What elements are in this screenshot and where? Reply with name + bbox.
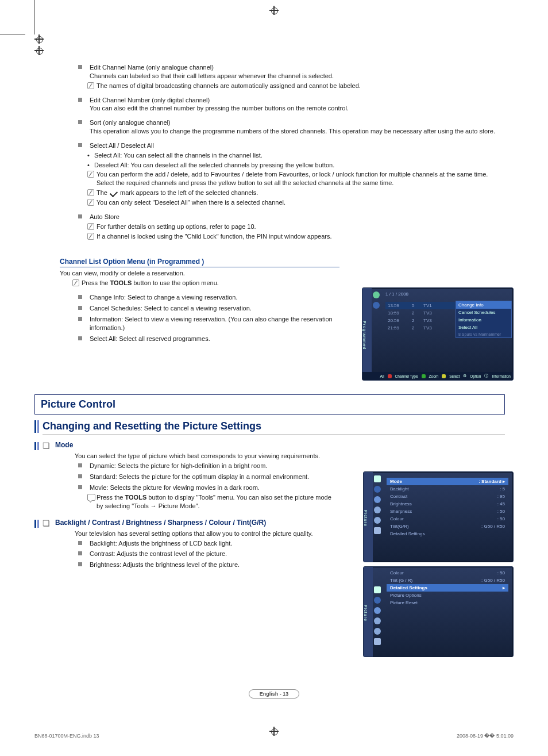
square-bullet-icon [78, 463, 82, 467]
item-title: Edit Channel Number (only digital channe… [90, 97, 210, 103]
item-text: Movie: Selects the picture for viewing m… [90, 484, 260, 491]
osd-footer: All Channel Type Zoom Select ⚙Option ⓘIn… [362, 372, 513, 380]
cell: TV3 [423, 318, 441, 323]
registration-mark-icon [34, 34, 60, 46]
osd-listing: Colour: 50 Tint (G / R): G50 / R50 Detai… [387, 569, 508, 607]
cell: 18:59 [388, 310, 406, 316]
popup-item[interactable]: Information [456, 316, 511, 324]
bcbs-label: Backlight / Contrast / Brightness / Shar… [55, 519, 266, 527]
section-desc: You can view, modify or delete a reserva… [60, 270, 339, 277]
osd-popup: Change Info Cancel Schedules Information… [456, 301, 512, 338]
speaker-icon [374, 597, 381, 604]
sub-bullet: Deselect All: You can deselect all the s… [75, 161, 505, 170]
k: Detailed Settings [390, 585, 427, 590]
k: Contrast [390, 494, 407, 499]
input-icon [374, 628, 381, 635]
square-bullet-icon [78, 295, 82, 299]
k: Brightness [390, 501, 412, 506]
sub-text: Select All: You can select all the chann… [94, 152, 263, 159]
osd-date: 1 / 1 / 2008 [385, 291, 408, 297]
foot-label: Zoom [429, 374, 439, 378]
list-item[interactable]: Tint(G/R): G50 / R50 [387, 523, 508, 530]
v: : G50 / R50 [481, 524, 505, 529]
item-desc: This operation allows you to change the … [90, 128, 495, 135]
cell: 20:59 [388, 318, 406, 323]
list-item[interactable]: Tint (G / R): G50 / R50 [387, 577, 508, 584]
item-text: Backlight: Adjusts the brightness of LCD… [90, 540, 232, 547]
tools-tip-icon [87, 494, 95, 501]
list-item[interactable]: Backlight: 5 [387, 485, 508, 493]
osd-tab: Picture [364, 567, 373, 657]
note-icon [87, 171, 94, 178]
v: : 50 [497, 570, 505, 575]
list-item[interactable]: Mode: Standard ▸ [387, 478, 508, 485]
item-information: Information: Select to view a viewing re… [75, 315, 339, 332]
item-title: Auto Store [90, 213, 119, 220]
q-icon: ❏ [43, 441, 51, 450]
list-item[interactable]: Picture Options [387, 592, 508, 599]
osd-tab: Programmed [362, 288, 372, 380]
heading-bars-icon [34, 520, 39, 528]
popup-item[interactable]: Change Info [456, 301, 511, 309]
cell: 21:59 [388, 325, 406, 331]
popup-item-dim: 8 Spurs vs Manhammer [456, 331, 511, 337]
item-change-info: Change Info: Select to change a viewing … [75, 293, 339, 302]
list-item[interactable]: Sharpness: 50 [387, 508, 508, 515]
list-item[interactable]: Detailed Settings [387, 530, 508, 538]
list-item[interactable]: Brightness: 45 [387, 500, 508, 508]
popup-item[interactable]: Select All [456, 324, 511, 331]
osd-iconcol [373, 475, 383, 538]
red-chip-icon [388, 374, 392, 378]
foot-label: Select [449, 374, 460, 378]
k: Tint(G/R) [390, 524, 409, 529]
doc-footer-left: BN68-01700M-ENG.indb 13 [34, 733, 99, 739]
list-item[interactable]: Detailed Settings▸ [387, 584, 508, 592]
tools-label: TOOLS [110, 279, 132, 286]
v: : 50 [497, 516, 505, 521]
registration-mark-icon [269, 6, 279, 15]
note-icon [87, 233, 94, 240]
display-icon [374, 586, 381, 593]
square-bullet-icon [78, 98, 82, 102]
osd-picture-2: Picture Colour: 50 Tint (G / R): G50 / R… [363, 566, 514, 657]
changing-heading: Changing and Resetting the Picture Setti… [34, 420, 505, 435]
list-item[interactable]: Contrast: 95 [387, 493, 508, 500]
globe-icon [373, 302, 380, 309]
picture-control-heading: Picture Control [34, 394, 505, 415]
cell: 5 [412, 303, 418, 308]
display-icon [374, 475, 381, 482]
crop-mark [0, 34, 25, 35]
item-text: Contrast: Adjusts the contrast level of … [90, 550, 227, 557]
speaker-icon [374, 486, 381, 493]
page-footer: English - 13 [0, 689, 548, 699]
square-bullet-icon [78, 336, 82, 340]
item-cancel-schedules: Cancel Schedules: Select to cancel a vie… [75, 304, 339, 313]
square-bullet-icon [78, 317, 82, 321]
tip-a: Press the [97, 494, 125, 501]
note-text: The names of digital broadcasting channe… [97, 82, 361, 89]
note-icon [87, 189, 94, 196]
osd-programmed: Programmed 1 / 1 / 2008 13:595TV1 18:592… [362, 287, 514, 381]
note-icon [87, 223, 94, 230]
k: Picture Reset [390, 600, 418, 605]
antenna-icon [374, 607, 381, 614]
osd-listing: Mode: Standard ▸ Backlight: 5 Contrast: … [387, 478, 508, 538]
note: The mark appears to the left of the sele… [75, 189, 505, 197]
k: Colour [390, 570, 404, 575]
list-item[interactable]: Colour: 50 [387, 569, 508, 577]
note-icon [72, 279, 79, 286]
popup-item[interactable]: Cancel Schedules [456, 309, 511, 316]
note: For further details on setting up option… [75, 222, 505, 231]
square-bullet-icon [78, 562, 82, 566]
item-brightness: Brightness: Adjusts the brightness level… [75, 561, 339, 569]
item-title: Select All / Deselect All [90, 142, 154, 149]
item-edit-channel-number: Edit Channel Number (only digital channe… [75, 96, 505, 113]
doc-footer-right: 2008-08-19 �� 5:01:09 [457, 733, 514, 739]
mode-desc: You can select the type of picture which… [75, 452, 339, 459]
list-item[interactable]: Colour: 50 [387, 515, 508, 523]
note-icon [87, 199, 94, 206]
list-item[interactable]: Picture Reset [387, 599, 508, 607]
square-bullet-icon [78, 214, 82, 218]
foot-label: All [380, 374, 384, 378]
k: Sharpness [390, 509, 412, 514]
